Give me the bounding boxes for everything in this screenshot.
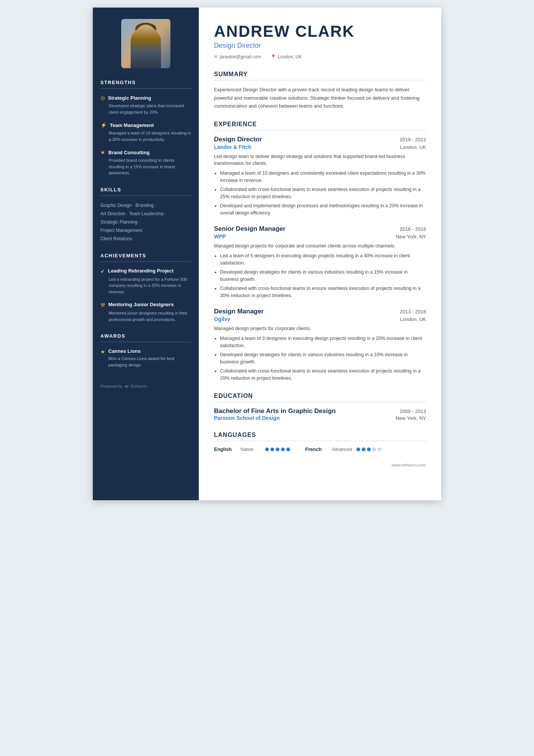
summary-section: SUMMARY Experienced Design Director with… xyxy=(214,71,426,110)
summary-text: Experienced Design Director with a prove… xyxy=(214,86,426,110)
brand-name: Enhancv xyxy=(131,384,147,388)
strength-title-1: Strategic Planning xyxy=(108,95,151,101)
lang-dot-en-5 xyxy=(286,448,290,451)
contact-info: ✉ janedoe@gmail.com 📍 London, UK xyxy=(214,54,426,59)
exp-company-2: WPP xyxy=(214,233,226,239)
strength-title-3: Brand Consulting xyxy=(108,150,150,155)
languages-section: LANGUAGES English Native French xyxy=(214,432,426,452)
award-item-1: ★ Cannes Lions Won a Cannes Lions award … xyxy=(100,348,191,368)
education-title: EDUCATION xyxy=(214,393,426,402)
exp-bullet-3-2: Developed design strategies for clients … xyxy=(220,351,426,366)
mentoring-icon: ⚒ xyxy=(100,302,105,308)
exp-bullet-2-2: Developed design strategies for clients … xyxy=(220,269,426,283)
edu-dates-1: 2009 - 2013 xyxy=(400,409,426,414)
rebranding-icon: ✔ xyxy=(100,268,105,274)
edu-school-1: Parsons School of Design xyxy=(214,415,279,421)
exp-company-row-1: Landor & Fitch London, UK xyxy=(214,144,426,150)
sidebar-skills-title: SKILLS xyxy=(100,187,191,196)
avatar-body-shape xyxy=(131,27,161,68)
location-icon: 📍 xyxy=(270,54,276,59)
exp-role-2: Senior Design Manager xyxy=(214,225,286,233)
summary-title: SUMMARY xyxy=(214,71,426,80)
exp-bullets-3: Managed a team of 3 designers in executi… xyxy=(214,335,426,382)
sidebar-awards-section: AWARDS ★ Cannes Lions Won a Cannes Lions… xyxy=(100,333,191,368)
experience-title: EXPERIENCE xyxy=(214,121,426,130)
languages-row: English Native French Advanced xyxy=(214,446,426,452)
main-footer: www.enhancv.com xyxy=(214,463,426,467)
achievement-item-2: ⚒ Mentoring Junior Designers Mentored ju… xyxy=(100,302,191,322)
location-contact: 📍 London, UK xyxy=(270,54,302,59)
main-content: ANDREW CLARK Design Director ✉ janedoe@g… xyxy=(199,8,441,500)
lang-dot-en-4 xyxy=(281,448,285,451)
lang-dot-fr-1 xyxy=(356,448,360,451)
strength-title-2: Team Management xyxy=(110,122,154,128)
edu-school-row-1: Parsons School of Design New York, NY xyxy=(214,415,426,421)
powered-by-text: Powered by xyxy=(100,384,122,388)
languages-title: LANGUAGES xyxy=(214,432,426,441)
exp-bullet-2-1: Led a team of 5 designers in executing d… xyxy=(220,252,426,267)
lang-level-french: Advanced xyxy=(332,447,353,452)
email-icon: ✉ xyxy=(214,54,218,59)
sidebar-skills-section: SKILLS Graphic Design · Branding · Art D… xyxy=(100,187,191,242)
cannes-lions-icon: ★ xyxy=(100,349,105,355)
lang-dot-fr-3 xyxy=(367,448,371,451)
exp-bullet-1-2: Collaborated with cross-functional teams… xyxy=(220,186,426,201)
brand-consulting-icon: ★ xyxy=(100,149,105,155)
skill-item-4: Project Management · xyxy=(100,227,191,234)
lang-dots-english xyxy=(265,448,290,451)
achievement-desc-1: Led a rebranding project for a Fortune 5… xyxy=(100,276,191,295)
exp-desc-2: Managed design projects for corporate an… xyxy=(214,243,426,250)
lang-french: French Advanced xyxy=(305,446,381,452)
team-management-icon: ⚡ xyxy=(100,122,107,128)
award-desc-1: Won a Cannes Lions award for best packag… xyxy=(108,355,191,368)
exp-header-1: Design Director 2019 - 2022 xyxy=(214,136,426,143)
exp-bullet-1-3: Developed and implemented design process… xyxy=(220,202,426,217)
lang-dot-fr-5 xyxy=(378,448,381,451)
resume-header: ANDREW CLARK Design Director ✉ janedoe@g… xyxy=(214,23,426,59)
lang-dot-en-3 xyxy=(276,448,279,451)
strength-item-2: ⚡ Team Management Managed a team of 10 d… xyxy=(100,122,191,142)
exp-header-3: Design Manager 2013 - 2016 xyxy=(214,308,426,315)
achievement-title-2: Mentoring Junior Designers xyxy=(108,302,174,307)
exp-role-3: Design Manager xyxy=(214,308,264,315)
skills-list: Graphic Design · Branding · Art Directio… xyxy=(100,202,191,242)
exp-dates-1: 2019 - 2022 xyxy=(400,137,426,142)
exp-entry-1: Design Director 2019 - 2022 Landor & Fit… xyxy=(214,136,426,217)
sidebar-awards-title: AWARDS xyxy=(100,333,191,342)
exp-role-1: Design Director xyxy=(214,136,262,143)
strength-desc-3: Provided brand consulting to clients res… xyxy=(100,157,191,176)
exp-company-row-2: WPP New York, NY xyxy=(214,233,426,239)
candidate-title: Design Director xyxy=(214,42,426,50)
exp-bullets-2: Led a team of 5 designers in executing d… xyxy=(214,252,426,299)
sidebar-footer: Powered by ∞ Enhancv xyxy=(100,383,191,389)
exp-desc-1: Led design team to deliver design strate… xyxy=(214,153,426,167)
avatar-wrapper xyxy=(100,19,191,68)
achievement-title-1: Leading Rebranding Project xyxy=(108,268,173,274)
strength-desc-2: Managed a team of 10 designers resulting… xyxy=(100,130,191,142)
achievement-desc-2: Mentored junior designers resulting in t… xyxy=(100,310,191,322)
lang-level-english: Native xyxy=(240,447,261,452)
experience-section: EXPERIENCE Design Director 2019 - 2022 L… xyxy=(214,121,426,382)
exp-dates-2: 2016 - 2018 xyxy=(400,226,426,232)
award-content-1: Cannes Lions Won a Cannes Lions award fo… xyxy=(108,348,191,368)
strength-desc-1: Developed strategic plans that increased… xyxy=(100,103,191,115)
email-value: janedoe@gmail.com xyxy=(220,54,261,59)
exp-bullet-3-3: Collaborated with cross-functional teams… xyxy=(220,368,426,382)
exp-header-2: Senior Design Manager 2016 - 2018 xyxy=(214,225,426,233)
achievement-header-1: ✔ Leading Rebranding Project xyxy=(100,268,191,274)
exp-location-1: London, UK xyxy=(400,144,426,150)
strength-header-2: ⚡ Team Management xyxy=(100,122,191,128)
lang-name-english: English xyxy=(214,446,237,452)
edu-location-1: New York, NY xyxy=(396,415,426,421)
candidate-name: ANDREW CLARK xyxy=(214,23,426,40)
exp-location-2: New York, NY xyxy=(396,234,426,239)
avatar xyxy=(121,19,170,68)
exp-company-row-3: Ogilvy London, UK xyxy=(214,316,426,322)
education-section: EDUCATION Bachelor of Fine Arts in Graph… xyxy=(214,393,426,421)
sidebar-strengths-section: STRENGTHS ◎ Strategic Planning Developed… xyxy=(100,80,191,176)
skill-item-2: Art Direction · Team Leadership · xyxy=(100,210,191,217)
exp-entry-3: Design Manager 2013 - 2016 Ogilvy London… xyxy=(214,308,426,382)
lang-dot-fr-2 xyxy=(362,448,365,451)
lang-english: English Native xyxy=(214,446,290,452)
exp-entry-2: Senior Design Manager 2016 - 2018 WPP Ne… xyxy=(214,225,426,299)
